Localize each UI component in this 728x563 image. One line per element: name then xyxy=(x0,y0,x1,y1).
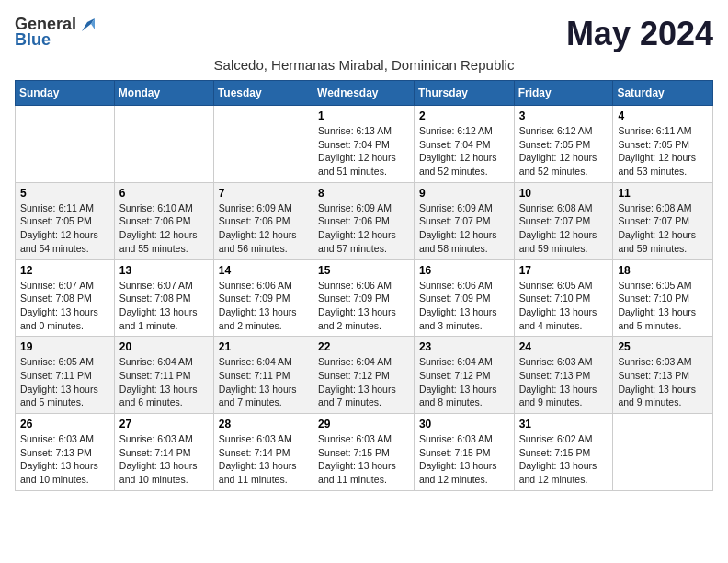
day-info: Sunrise: 6:04 AMSunset: 7:12 PMDaylight:… xyxy=(419,355,509,409)
calendar-cell: 25Sunrise: 6:03 AMSunset: 7:13 PMDayligh… xyxy=(613,337,713,414)
calendar-body: 1Sunrise: 6:13 AMSunset: 7:04 PMDaylight… xyxy=(16,106,713,491)
day-info: Sunrise: 6:06 AMSunset: 7:09 PMDaylight:… xyxy=(318,279,409,333)
day-number: 26 xyxy=(20,418,109,431)
day-number: 23 xyxy=(419,340,509,353)
day-info: Sunrise: 6:05 AMSunset: 7:10 PMDaylight:… xyxy=(618,279,708,333)
calendar-cell: 4Sunrise: 6:11 AMSunset: 7:05 PMDaylight… xyxy=(613,106,713,183)
calendar-cell: 10Sunrise: 6:08 AMSunset: 7:07 PMDayligh… xyxy=(514,182,613,259)
day-of-week-header: Sunday xyxy=(16,81,115,106)
calendar-cell: 24Sunrise: 6:03 AMSunset: 7:13 PMDayligh… xyxy=(514,337,613,414)
day-number: 30 xyxy=(419,418,509,431)
calendar-cell: 15Sunrise: 6:06 AMSunset: 7:09 PMDayligh… xyxy=(313,259,415,337)
calendar-cell: 1Sunrise: 6:13 AMSunset: 7:04 PMDaylight… xyxy=(313,106,415,183)
logo: General Blue xyxy=(15,15,95,50)
day-number: 20 xyxy=(119,340,209,353)
day-number: 17 xyxy=(519,264,609,277)
calendar-cell: 14Sunrise: 6:06 AMSunset: 7:09 PMDayligh… xyxy=(213,259,313,337)
calendar-cell: 11Sunrise: 6:08 AMSunset: 7:07 PMDayligh… xyxy=(613,182,713,259)
day-info: Sunrise: 6:11 AMSunset: 7:05 PMDaylight:… xyxy=(618,124,708,178)
day-info: Sunrise: 6:07 AMSunset: 7:08 PMDaylight:… xyxy=(119,279,209,333)
day-number: 24 xyxy=(519,340,609,353)
day-of-week-header: Monday xyxy=(114,81,213,106)
calendar-table: SundayMondayTuesdayWednesdayThursdayFrid… xyxy=(15,80,713,491)
day-info: Sunrise: 6:13 AMSunset: 7:04 PMDaylight:… xyxy=(318,124,409,178)
day-number: 8 xyxy=(318,187,409,200)
day-of-week-header: Friday xyxy=(514,81,613,106)
day-number: 21 xyxy=(219,340,308,353)
day-info: Sunrise: 6:03 AMSunset: 7:13 PMDaylight:… xyxy=(519,355,609,409)
day-number: 6 xyxy=(119,187,209,200)
calendar-cell: 29Sunrise: 6:03 AMSunset: 7:15 PMDayligh… xyxy=(313,414,415,491)
calendar-cell: 2Sunrise: 6:12 AMSunset: 7:04 PMDaylight… xyxy=(414,106,514,183)
day-number: 10 xyxy=(519,187,609,200)
day-info: Sunrise: 6:11 AMSunset: 7:05 PMDaylight:… xyxy=(20,201,109,256)
day-of-week-header: Saturday xyxy=(613,81,713,106)
day-number: 1 xyxy=(318,109,409,122)
day-info: Sunrise: 6:12 AMSunset: 7:05 PMDaylight:… xyxy=(519,124,609,178)
calendar-header-row: SundayMondayTuesdayWednesdayThursdayFrid… xyxy=(16,81,713,106)
day-info: Sunrise: 6:06 AMSunset: 7:09 PMDaylight:… xyxy=(419,279,509,333)
day-info: Sunrise: 6:08 AMSunset: 7:07 PMDaylight:… xyxy=(519,201,609,256)
day-info: Sunrise: 6:04 AMSunset: 7:11 PMDaylight:… xyxy=(119,355,209,409)
day-number: 25 xyxy=(618,340,708,353)
day-number: 29 xyxy=(318,418,409,431)
logo-blue-text: Blue xyxy=(15,30,51,50)
calendar-week-row: 26Sunrise: 6:03 AMSunset: 7:13 PMDayligh… xyxy=(16,414,713,491)
calendar-cell: 26Sunrise: 6:03 AMSunset: 7:13 PMDayligh… xyxy=(16,414,115,491)
page-header: General Blue May 2024 xyxy=(15,15,713,53)
calendar-cell: 8Sunrise: 6:09 AMSunset: 7:06 PMDaylight… xyxy=(313,182,415,259)
day-of-week-header: Thursday xyxy=(414,81,514,106)
day-info: Sunrise: 6:06 AMSunset: 7:09 PMDaylight:… xyxy=(219,279,308,333)
calendar-cell: 20Sunrise: 6:04 AMSunset: 7:11 PMDayligh… xyxy=(114,337,213,414)
day-info: Sunrise: 6:09 AMSunset: 7:07 PMDaylight:… xyxy=(419,201,509,256)
calendar-week-row: 1Sunrise: 6:13 AMSunset: 7:04 PMDaylight… xyxy=(16,106,713,183)
day-of-week-header: Tuesday xyxy=(213,81,313,106)
day-number: 22 xyxy=(318,340,409,353)
day-number: 27 xyxy=(119,418,209,431)
day-number: 15 xyxy=(318,264,409,277)
calendar-cell: 18Sunrise: 6:05 AMSunset: 7:10 PMDayligh… xyxy=(613,259,713,337)
day-info: Sunrise: 6:12 AMSunset: 7:04 PMDaylight:… xyxy=(419,124,509,178)
day-info: Sunrise: 6:04 AMSunset: 7:11 PMDaylight:… xyxy=(219,355,308,409)
calendar-cell: 31Sunrise: 6:02 AMSunset: 7:15 PMDayligh… xyxy=(514,414,613,491)
day-info: Sunrise: 6:03 AMSunset: 7:14 PMDaylight:… xyxy=(219,432,308,487)
day-number: 31 xyxy=(519,418,609,431)
day-number: 7 xyxy=(219,187,308,200)
day-number: 3 xyxy=(519,109,609,122)
day-number: 28 xyxy=(219,418,308,431)
day-info: Sunrise: 6:09 AMSunset: 7:06 PMDaylight:… xyxy=(318,201,409,256)
calendar-cell: 21Sunrise: 6:04 AMSunset: 7:11 PMDayligh… xyxy=(213,337,313,414)
day-info: Sunrise: 6:03 AMSunset: 7:13 PMDaylight:… xyxy=(618,355,708,409)
day-info: Sunrise: 6:03 AMSunset: 7:15 PMDaylight:… xyxy=(419,432,509,487)
calendar-cell: 6Sunrise: 6:10 AMSunset: 7:06 PMDaylight… xyxy=(114,182,213,259)
location-subtitle: Salcedo, Hermanas Mirabal, Dominican Rep… xyxy=(15,57,713,73)
calendar-week-row: 19Sunrise: 6:05 AMSunset: 7:11 PMDayligh… xyxy=(16,337,713,414)
day-number: 12 xyxy=(20,264,109,277)
day-info: Sunrise: 6:03 AMSunset: 7:14 PMDaylight:… xyxy=(119,432,209,487)
day-info: Sunrise: 6:02 AMSunset: 7:15 PMDaylight:… xyxy=(519,432,609,487)
day-number: 9 xyxy=(419,187,509,200)
calendar-cell: 13Sunrise: 6:07 AMSunset: 7:08 PMDayligh… xyxy=(114,259,213,337)
calendar-cell: 23Sunrise: 6:04 AMSunset: 7:12 PMDayligh… xyxy=(414,337,514,414)
calendar-cell: 7Sunrise: 6:09 AMSunset: 7:06 PMDaylight… xyxy=(213,182,313,259)
calendar-cell: 19Sunrise: 6:05 AMSunset: 7:11 PMDayligh… xyxy=(16,337,115,414)
day-number: 11 xyxy=(618,187,708,200)
calendar-cell: 22Sunrise: 6:04 AMSunset: 7:12 PMDayligh… xyxy=(313,337,415,414)
day-number: 2 xyxy=(419,109,509,122)
day-info: Sunrise: 6:07 AMSunset: 7:08 PMDaylight:… xyxy=(20,279,109,333)
day-info: Sunrise: 6:05 AMSunset: 7:10 PMDaylight:… xyxy=(519,279,609,333)
day-of-week-header: Wednesday xyxy=(313,81,415,106)
day-number: 16 xyxy=(419,264,509,277)
calendar-cell: 5Sunrise: 6:11 AMSunset: 7:05 PMDaylight… xyxy=(16,182,115,259)
calendar-cell: 28Sunrise: 6:03 AMSunset: 7:14 PMDayligh… xyxy=(213,414,313,491)
day-number: 5 xyxy=(20,187,109,200)
day-number: 13 xyxy=(119,264,209,277)
calendar-cell: 17Sunrise: 6:05 AMSunset: 7:10 PMDayligh… xyxy=(514,259,613,337)
day-number: 14 xyxy=(219,264,308,277)
month-title: May 2024 xyxy=(566,15,713,53)
day-info: Sunrise: 6:10 AMSunset: 7:06 PMDaylight:… xyxy=(119,201,209,256)
day-info: Sunrise: 6:05 AMSunset: 7:11 PMDaylight:… xyxy=(20,355,109,409)
calendar-cell xyxy=(114,106,213,183)
calendar-cell xyxy=(213,106,313,183)
day-number: 18 xyxy=(618,264,708,277)
